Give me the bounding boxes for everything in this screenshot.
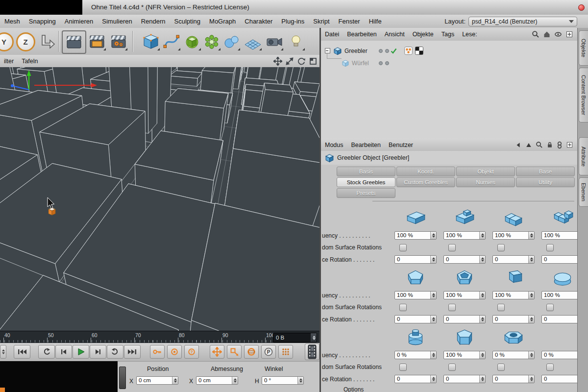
om-menu-lese[interactable]: Lese: (458, 28, 481, 41)
render-settings-button[interactable] (109, 32, 128, 51)
frequency-spinner[interactable]: 100 % (394, 231, 437, 240)
random-surface-rotations-checkbox[interactable] (448, 244, 456, 251)
pan-view-icon[interactable] (273, 56, 283, 66)
side-tab-content-browser[interactable]: Content Browser (579, 68, 588, 122)
lock-icon[interactable] (546, 141, 553, 148)
random-surface-rotations-checkbox[interactable] (399, 364, 407, 371)
tab-nurnies[interactable]: Nurnies (456, 177, 515, 187)
tab-utility[interactable]: Utility (516, 177, 575, 187)
home-icon[interactable] (543, 30, 551, 38)
surface-rotation-spinner[interactable]: 0 (394, 255, 437, 264)
om-menu-tags[interactable]: Tags (438, 28, 458, 41)
surface-rotation-spinner[interactable]: 0 (394, 315, 437, 323)
stepper-arrows-icon[interactable] (528, 351, 534, 359)
greeble-preview-notch-icon[interactable] (453, 208, 476, 228)
menu-animieren[interactable]: Animieren (60, 15, 98, 28)
stepper-arrows-icon[interactable] (528, 292, 534, 299)
greeble-preview-nut-icon[interactable] (502, 328, 525, 347)
menu-simulieren[interactable]: Simulieren (98, 15, 136, 28)
menu-sculpting[interactable]: Sculpting (170, 15, 205, 28)
render-view-button[interactable] (62, 30, 86, 54)
stepper-arrows-icon[interactable] (479, 351, 485, 359)
greeble-preview-wedge-icon[interactable] (502, 268, 525, 288)
object-row-greebler[interactable]: Greebler (321, 45, 577, 56)
random-surface-rotations-checkbox[interactable] (448, 364, 456, 371)
random-surface-rotations-checkbox[interactable] (497, 304, 505, 311)
keyframe-options-button[interactable]: ? (184, 345, 199, 359)
stepper-arrows-icon[interactable] (479, 316, 485, 323)
frequency-spinner[interactable]: 100 % (394, 291, 437, 299)
menu-charakter[interactable]: Charakter (240, 15, 277, 28)
surface-rotation-spinner[interactable]: 0 (541, 315, 577, 323)
frequency-spinner[interactable]: 100 % (492, 231, 535, 240)
am-menu-bearbeiten[interactable]: Bearbeiten (347, 139, 385, 151)
random-surface-rotations-checkbox[interactable] (546, 304, 554, 311)
menu-mesh[interactable]: Mesh (0, 15, 24, 28)
frequency-spinner[interactable]: 100 % (541, 291, 577, 299)
greeble-preview-dome-icon[interactable] (551, 268, 574, 288)
tab-objekt[interactable]: Objekt (456, 167, 515, 176)
surface-rotation-spinner[interactable]: 0 (541, 375, 577, 383)
move-tool-button[interactable] (210, 345, 224, 359)
om-menu-objekte[interactable]: Objekte (409, 28, 438, 41)
object-row-wuerfel[interactable]: Würfel (321, 57, 577, 69)
random-surface-rotations-checkbox[interactable] (546, 244, 554, 251)
autokey-record-button[interactable] (167, 345, 182, 359)
history-back-icon[interactable] (515, 142, 522, 148)
layout-dropdown[interactable]: psd_R14_c4d (Benutzer) (468, 17, 577, 26)
greeble-preview-penthole-icon[interactable] (453, 268, 476, 288)
frequency-spinner[interactable]: 0 % (541, 351, 577, 359)
greeble-preview-pent-icon[interactable] (404, 268, 427, 288)
stepper-arrows-icon[interactable] (172, 377, 178, 384)
tab-base[interactable]: Base (516, 167, 575, 176)
add-metaball-button[interactable] (221, 32, 241, 51)
axis-y-button[interactable]: Y (0, 32, 14, 51)
greeble-preview-bolt-icon[interactable] (404, 328, 427, 347)
greebler-tag-icon[interactable] (404, 47, 413, 55)
timeline-film-tab[interactable] (305, 343, 319, 360)
random-surface-rotations-checkbox[interactable] (546, 364, 554, 371)
rotate-tool-button[interactable] (244, 345, 259, 359)
record-key-button[interactable] (150, 345, 165, 359)
side-tab-attribute[interactable]: Attribute (579, 137, 588, 175)
add-light-button[interactable] (286, 32, 306, 51)
tab-basis[interactable]: Basis (337, 167, 395, 176)
add-panel-icon[interactable] (565, 30, 573, 38)
enabled-check-icon[interactable] (391, 48, 397, 54)
expander-minus-icon[interactable] (325, 48, 330, 53)
greeble-preview-cblock-icon[interactable] (551, 208, 574, 228)
stepper-arrows-icon[interactable] (479, 256, 485, 263)
surface-rotation-spinner[interactable]: 0 (541, 255, 577, 264)
add-array-button[interactable] (202, 32, 221, 51)
stepper-arrows-icon[interactable] (430, 316, 436, 323)
coord-h-spinner[interactable]: 0 ° (262, 376, 304, 385)
random-surface-rotations-checkbox[interactable] (399, 244, 407, 251)
stepper-arrows-icon[interactable] (479, 232, 485, 239)
add-camera-button[interactable] (265, 32, 284, 51)
link-icon[interactable] (557, 141, 563, 149)
stepper-arrows-icon[interactable] (430, 292, 436, 299)
add-generator-button[interactable] (182, 32, 202, 51)
side-tab-objekte[interactable]: Objekte (579, 30, 588, 66)
add-spline-button[interactable] (162, 32, 181, 51)
surface-rotation-spinner[interactable]: 0 (443, 375, 486, 383)
panel-drag-handle[interactable] (119, 367, 126, 389)
stepper-arrows-icon[interactable] (232, 377, 238, 384)
search-icon[interactable] (532, 30, 539, 38)
greeble-preview-pentprism-icon[interactable] (453, 328, 476, 347)
timeline-ruler[interactable]: 405060708090100 0 B (0, 331, 321, 344)
frequency-spinner[interactable]: 100 % (443, 351, 486, 359)
play-button[interactable] (73, 345, 89, 359)
viewport-menu-tafeln[interactable]: Tafeln (18, 55, 42, 68)
side-tab-ebenen[interactable]: Ebenen (579, 177, 588, 207)
tab-custom-greebles[interactable]: Custom Greebles (396, 177, 455, 187)
om-menu-datei[interactable]: Datei (321, 28, 343, 41)
greeble-preview-lblock-icon[interactable] (502, 208, 525, 228)
tab-presets[interactable]: Presets (337, 188, 395, 198)
menu-fenster[interactable]: Fenster (334, 15, 365, 28)
surface-rotation-spinner[interactable]: 0 (443, 315, 486, 323)
frequency-spinner[interactable]: 100 % (443, 291, 486, 299)
palette-dots-button[interactable] (278, 345, 293, 359)
menu-plug-ins[interactable]: Plug-ins (277, 15, 309, 28)
loop-button[interactable] (107, 345, 123, 359)
